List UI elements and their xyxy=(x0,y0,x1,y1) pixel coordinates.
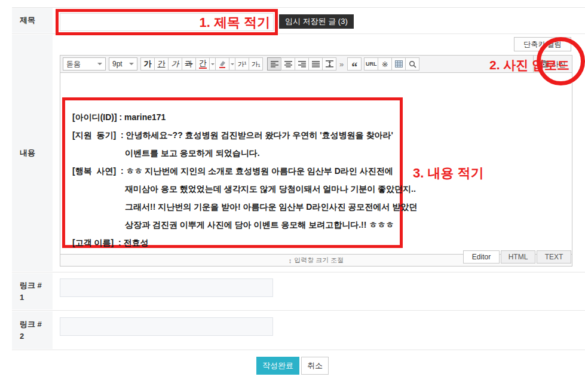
highlight-marker-icon xyxy=(218,60,226,68)
align-right-icon xyxy=(298,61,306,68)
content-line: 재미삼아 응모 했었었는데 생각지도 않게 당첨이돼서 얼마나 기분이 좋았던지… xyxy=(72,180,400,198)
italic-icon: 가 xyxy=(171,59,179,69)
cancel-button[interactable]: 취소 xyxy=(301,357,329,375)
search-icon xyxy=(409,60,416,68)
saved-drafts-tooltip[interactable]: 임시 저장된 글 (3) xyxy=(279,14,354,29)
insert-table-button[interactable] xyxy=(391,57,406,71)
link2-label-number: 2 xyxy=(20,330,53,342)
strikethrough-button[interactable]: 과 xyxy=(182,57,196,71)
link1-row-label: 링크 # 1 xyxy=(12,273,53,310)
editor-content-area[interactable]: [아이디(ID)] : marine171 [지원 동기] : 안녕하세요~??… xyxy=(60,73,572,254)
superscript-icon: 가¹ xyxy=(238,60,247,69)
tab-html[interactable]: HTML xyxy=(501,250,535,264)
font-family-value: 돋움 xyxy=(66,59,81,69)
highlight-color-button[interactable] xyxy=(215,57,229,71)
font-size-value: 9pt xyxy=(112,60,122,68)
subscript-icon: 가₁ xyxy=(252,60,261,69)
font-family-select[interactable]: 돋움 xyxy=(63,57,106,71)
content-line: 그래서!! 지난번의 기운을 받아! 아름다운 임산부 D라인사진 공모전에서 … xyxy=(72,198,400,216)
subscript-button[interactable]: 가₁ xyxy=(249,57,263,71)
content-row-label: 내용 xyxy=(12,35,53,271)
special-character-button[interactable]: ※ xyxy=(378,57,392,71)
font-color-icon: 간 xyxy=(199,59,207,69)
submit-button[interactable]: 작성완료 xyxy=(256,357,299,375)
content-line: 상장과 검진권 이뿌게 사진에 담아 이벤트 응모해 보려고합니다.!! ㅎㅎㅎ xyxy=(72,216,400,234)
link2-label-text: 링크 # xyxy=(20,318,53,330)
row-divider xyxy=(12,272,585,272)
content-line: [행복 사연] : ㅎㅎ 지난번에 지인의 소개로 효성병원 아름다운 임산부 … xyxy=(72,162,400,180)
link1-label-number: 1 xyxy=(20,292,53,304)
line-height-icon xyxy=(326,60,333,68)
content-line: 이벤트를 보고 응모하게 되었습니다. xyxy=(72,144,400,162)
post-editor-page: 제목 내용 링크 # 1 링크 # 2 1. 제목 적기 임시 저장된 글 (3… xyxy=(0,0,585,392)
form-actions: 작성완료 취소 xyxy=(0,357,585,375)
content-line: [지원 동기] : 안녕하세요~?? 효성병원 검진받으러 왔다가 우연히 '효… xyxy=(72,126,400,144)
toolbar-expand-button[interactable]: » xyxy=(336,60,347,69)
blockquote-button[interactable]: “ xyxy=(347,57,362,71)
chevron-down-icon xyxy=(97,63,102,65)
content-text: [아이디(ID)] : marine171 [지원 동기] : 안녕하세요~??… xyxy=(72,108,400,252)
link1-input[interactable] xyxy=(60,278,273,297)
title-row-label: 제목 xyxy=(12,8,53,33)
link2-input[interactable] xyxy=(60,317,273,336)
content-annotation-box: [아이디(ID)] : marine171 [지원 동기] : 안녕하세요~??… xyxy=(62,97,403,248)
align-center-button[interactable] xyxy=(281,57,295,71)
align-left-button[interactable] xyxy=(267,57,281,71)
tab-text[interactable]: TEXT xyxy=(537,250,571,264)
rich-text-editor: 돋움 9pt 가 간 가 과 간 가¹ 가₁ xyxy=(60,55,572,267)
annotation-step2: 2. 사진 업로드 xyxy=(489,57,569,74)
align-justify-icon xyxy=(312,61,320,68)
annotation-step1: 1. 제목 적기 xyxy=(199,14,270,32)
align-justify-button[interactable] xyxy=(308,57,323,71)
underline-button[interactable]: 간 xyxy=(154,57,169,71)
url-icon: URL xyxy=(366,61,377,67)
font-size-select[interactable]: 9pt xyxy=(109,57,137,71)
quote-icon: “ xyxy=(351,59,357,69)
underline-icon: 간 xyxy=(158,59,166,69)
row-divider xyxy=(12,7,585,8)
editor-toolbar: 돋움 9pt 가 간 가 과 간 가¹ 가₁ xyxy=(60,55,572,73)
title-annotation-box: 1. 제목 적기 xyxy=(56,9,278,35)
title-label-text: 제목 xyxy=(20,14,53,26)
align-right-button[interactable] xyxy=(295,57,309,71)
table-icon xyxy=(395,60,403,68)
resize-label: 입력창 크기 조절 xyxy=(294,256,344,265)
row-divider xyxy=(12,350,585,350)
align-left-icon xyxy=(271,61,278,68)
align-center-icon xyxy=(284,61,292,68)
tab-editor[interactable]: Editor xyxy=(463,250,500,264)
bold-icon: 가 xyxy=(144,59,152,69)
link-url-button[interactable]: URL xyxy=(364,57,378,71)
bold-button[interactable]: 가 xyxy=(140,57,155,71)
content-line: [아이디(ID)] : marine171 xyxy=(72,108,400,126)
content-label-text: 내용 xyxy=(20,147,53,159)
link1-label-text: 링크 # xyxy=(20,280,53,292)
line-height-button[interactable] xyxy=(322,57,336,71)
chevron-down-icon xyxy=(129,63,134,65)
resize-arrows-icon: ↕ xyxy=(289,257,292,264)
shortcut-keys-button[interactable]: 단축키 열림 xyxy=(514,37,571,51)
link2-row-label: 링크 # 2 xyxy=(12,311,53,349)
strikethrough-icon: 과 xyxy=(185,59,193,69)
annotation-step3: 3. 내용 적기 xyxy=(413,164,484,182)
search-button[interactable] xyxy=(405,57,419,71)
superscript-button[interactable]: 가¹ xyxy=(235,57,249,71)
row-divider xyxy=(12,310,585,311)
italic-button[interactable]: 가 xyxy=(168,57,182,71)
font-color-button[interactable]: 간 xyxy=(195,57,210,71)
editor-mode-tabs: Editor HTML TEXT xyxy=(463,250,571,264)
special-character-icon: ※ xyxy=(382,60,388,69)
content-line: [고객 이름] : 전효성 xyxy=(72,234,400,252)
